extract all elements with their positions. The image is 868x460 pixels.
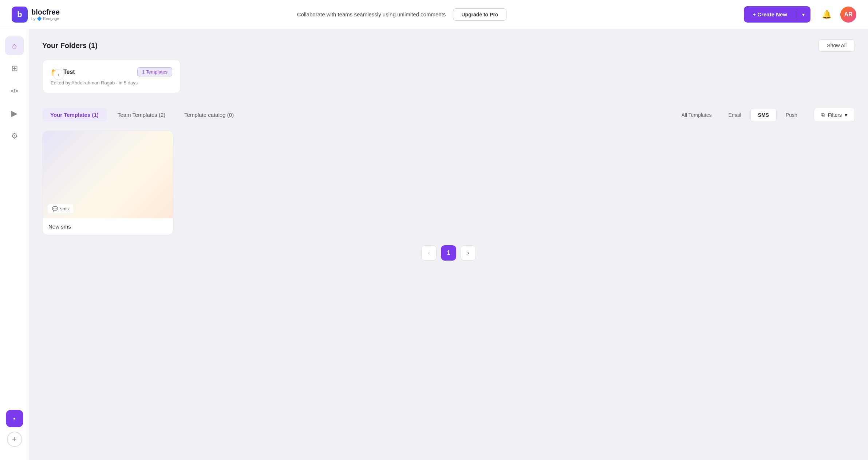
tab-catalog[interactable]: Template catalog (0) bbox=[176, 108, 242, 122]
folders-section: Your Folders (1) Show All 📁 Test 1 Templ… bbox=[29, 29, 868, 100]
filter-group: All Templates Email SMS Push bbox=[674, 108, 805, 122]
logo-sub: by 🔷 Rengage bbox=[31, 16, 60, 21]
filter-push[interactable]: Push bbox=[778, 108, 805, 122]
create-new-chevron[interactable]: ▾ bbox=[796, 7, 810, 23]
folder-meta: Edited by Abdelrahman Ragab · in 5 days bbox=[51, 80, 172, 86]
templates-section: Your Templates (1) Team Templates (2) Te… bbox=[29, 100, 868, 460]
header-icons: 🔔 AR bbox=[819, 7, 856, 23]
page-1-button[interactable]: 1 bbox=[441, 245, 456, 261]
template-name: New sms bbox=[43, 218, 173, 235]
template-preview: 💬 sms bbox=[43, 131, 173, 218]
template-card[interactable]: 💬 sms New sms bbox=[42, 131, 173, 235]
chevron-down-icon: ▾ bbox=[845, 112, 847, 118]
upgrade-button[interactable]: Upgrade to Pro bbox=[453, 8, 506, 21]
template-type-label: sms bbox=[60, 206, 69, 211]
avatar[interactable]: AR bbox=[840, 7, 856, 23]
body: ⌂ ⊞ </> ▶ ⚙ ▪ + › Your Folders (1) Show … bbox=[0, 29, 868, 460]
home-icon: ⌂ bbox=[12, 41, 17, 51]
tabs-row: Your Templates (1) Team Templates (2) Te… bbox=[42, 108, 855, 122]
sidebar-item-code[interactable]: </> bbox=[5, 82, 24, 100]
sidebar-toggle-button[interactable]: › bbox=[53, 69, 64, 80]
template-type-badge: 💬 sms bbox=[48, 204, 73, 213]
settings-icon: ⚙ bbox=[11, 131, 18, 141]
pagination: ‹ 1 › bbox=[42, 235, 855, 272]
code-icon: </> bbox=[11, 88, 18, 94]
folder-name: Test bbox=[63, 69, 75, 75]
notifications-button[interactable]: 🔔 bbox=[819, 7, 834, 22]
sidebar-workspace-button[interactable]: ▪ bbox=[6, 410, 23, 427]
folders-header: Your Folders (1) Show All bbox=[42, 39, 855, 52]
sidebar-item-templates[interactable]: ⊞ bbox=[5, 59, 24, 78]
logo-name: blocfree bbox=[31, 8, 60, 16]
sidebar-add-button[interactable]: + bbox=[7, 432, 22, 447]
create-new-button[interactable]: + Create New bbox=[744, 6, 796, 23]
tab-team-templates[interactable]: Team Templates (2) bbox=[110, 108, 173, 122]
header-promo: Collaborate with teams seamlessly using … bbox=[68, 8, 735, 21]
sidebar-bottom: ▪ + bbox=[6, 410, 23, 453]
show-all-button[interactable]: Show All bbox=[818, 39, 855, 52]
templates-icon: ⊞ bbox=[11, 64, 18, 73]
templates-grid: 💬 sms New sms bbox=[42, 131, 855, 235]
sidebar: ⌂ ⊞ </> ▶ ⚙ ▪ + bbox=[0, 29, 29, 460]
header: b blocfree by 🔷 Rengage Collaborate with… bbox=[0, 0, 868, 29]
filter-icon: ⧉ bbox=[821, 112, 825, 118]
sidebar-item-play[interactable]: ▶ bbox=[5, 104, 24, 123]
templates-badge: 1 Templates bbox=[137, 67, 172, 76]
tab-your-templates[interactable]: Your Templates (1) bbox=[42, 108, 107, 122]
filter-all[interactable]: All Templates bbox=[674, 108, 719, 122]
filter-email[interactable]: Email bbox=[721, 108, 749, 122]
logo-text: blocfree by 🔷 Rengage bbox=[31, 8, 60, 21]
create-new-wrapper: + Create New ▾ bbox=[744, 6, 810, 23]
filter-sms[interactable]: SMS bbox=[750, 108, 777, 122]
folders-title: Your Folders (1) bbox=[42, 41, 98, 50]
prev-page-button[interactable]: ‹ bbox=[421, 245, 437, 261]
sms-type-icon: 💬 bbox=[52, 206, 58, 211]
main-content: Your Folders (1) Show All 📁 Test 1 Templ… bbox=[29, 29, 868, 460]
folder-card-top: 📁 Test 1 Templates bbox=[51, 67, 172, 76]
next-page-button[interactable]: › bbox=[461, 245, 476, 261]
sidebar-item-home[interactable]: ⌂ bbox=[5, 36, 24, 55]
logo: b blocfree by 🔷 Rengage bbox=[12, 7, 60, 23]
play-icon: ▶ bbox=[11, 109, 17, 118]
filters-label: Filters bbox=[828, 112, 842, 118]
promo-text: Collaborate with teams seamlessly using … bbox=[297, 11, 446, 17]
filters-dropdown-button[interactable]: ⧉ Filters ▾ bbox=[814, 108, 855, 122]
sidebar-item-settings[interactable]: ⚙ bbox=[5, 127, 24, 146]
logo-icon: b bbox=[12, 7, 28, 23]
